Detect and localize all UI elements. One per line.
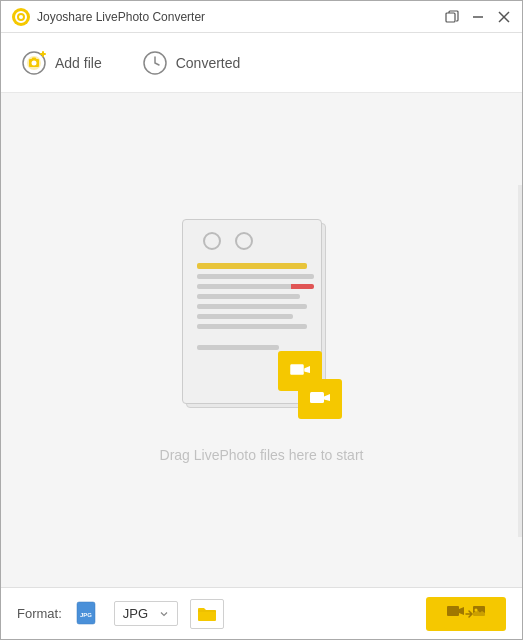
title-bar-left: Joyoshare LivePhoto Converter [11, 7, 205, 27]
svg-rect-3 [446, 13, 455, 22]
app-title: Joyoshare LivePhoto Converter [37, 10, 205, 24]
add-file-icon [21, 50, 47, 76]
close-button[interactable] [496, 9, 512, 25]
svg-point-2 [19, 15, 23, 19]
title-bar: Joyoshare LivePhoto Converter [1, 1, 522, 33]
bottom-bar: Format: JPG JPG [1, 587, 522, 639]
doc-circle-1 [203, 232, 221, 250]
doc-line-6 [197, 345, 280, 350]
doc-line-3 [197, 304, 307, 309]
output-folder-button[interactable] [190, 599, 224, 629]
svg-rect-13 [290, 364, 304, 375]
svg-text:JPG: JPG [80, 612, 92, 618]
convert-button[interactable] [426, 597, 506, 631]
converted-label: Converted [176, 55, 241, 71]
scrollbar-hint [518, 185, 522, 537]
doc-line-5 [197, 324, 307, 329]
jpg-file-icon: JPG [75, 601, 101, 627]
converted-icon [142, 50, 168, 76]
convert-btn-icon [444, 599, 488, 629]
svg-rect-20 [447, 606, 459, 616]
doc-line-2 [197, 294, 301, 299]
converted-button[interactable]: Converted [142, 50, 241, 76]
format-select[interactable]: JPG [114, 601, 178, 626]
doc-circle-2 [235, 232, 253, 250]
jpg-icon: JPG [74, 600, 102, 628]
format-value: JPG [123, 606, 153, 621]
app-logo [11, 7, 31, 27]
add-file-button[interactable]: Add file [21, 50, 102, 76]
doc-line-red [197, 284, 314, 289]
drag-drop-hint: Drag LivePhoto files here to start [160, 447, 364, 463]
folder-icon [197, 606, 217, 622]
doc-circles [183, 220, 321, 258]
svg-rect-15 [310, 392, 324, 403]
title-controls [444, 9, 512, 25]
doc-line-1 [197, 274, 314, 279]
video-camera-icon-2 [308, 387, 332, 411]
restore-button[interactable] [444, 9, 460, 25]
drop-illustration [182, 219, 342, 419]
minimize-button[interactable] [470, 9, 486, 25]
chevron-down-icon [159, 609, 169, 619]
doc-line-4 [197, 314, 294, 319]
format-label: Format: [17, 606, 62, 621]
main-area: Drag LivePhoto files here to start [1, 93, 522, 589]
doc-line-accent [197, 263, 307, 269]
toolbar: Add file Converted [1, 33, 522, 93]
svg-point-9 [32, 60, 37, 65]
file-icon-video-2 [298, 379, 342, 419]
add-file-label: Add file [55, 55, 102, 71]
